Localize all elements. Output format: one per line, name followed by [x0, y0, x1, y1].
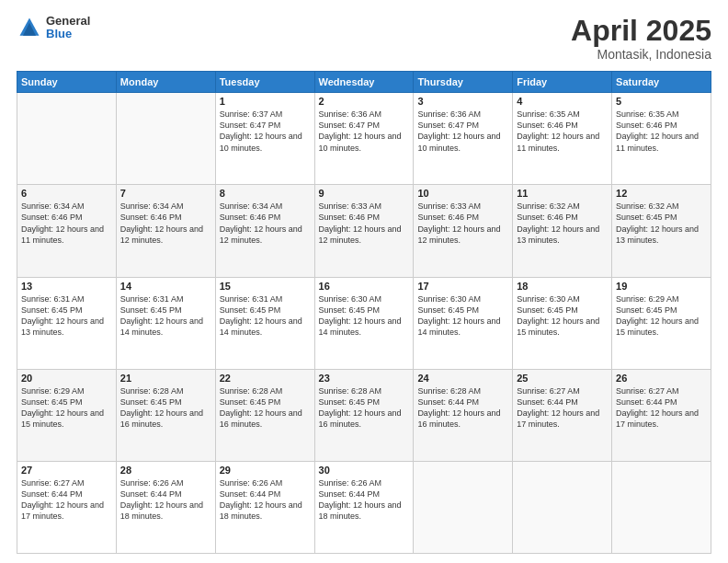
calendar-week-row: 1Sunrise: 6:37 AMSunset: 6:47 PMDaylight…	[17, 93, 711, 185]
col-tuesday: Tuesday	[215, 72, 314, 93]
logo-icon	[17, 15, 42, 40]
day-info: Sunrise: 6:36 AMSunset: 6:47 PMDaylight:…	[319, 109, 410, 154]
day-info: Sunrise: 6:27 AMSunset: 6:44 PMDaylight:…	[616, 385, 707, 431]
day-number: 29	[220, 465, 311, 476]
day-number: 9	[319, 188, 410, 199]
calendar-day-cell: 12Sunrise: 6:32 AMSunset: 6:45 PMDayligh…	[612, 185, 711, 277]
day-number: 2	[319, 96, 410, 107]
calendar-day-cell: 23Sunrise: 6:28 AMSunset: 6:45 PMDayligh…	[314, 369, 414, 461]
day-number: 1	[220, 96, 311, 107]
day-number: 11	[517, 188, 608, 199]
logo-general-text: General	[46, 15, 90, 28]
calendar-day-cell: 19Sunrise: 6:29 AMSunset: 6:45 PMDayligh…	[612, 277, 711, 369]
day-number: 25	[517, 373, 608, 384]
col-friday: Friday	[513, 72, 612, 93]
day-info: Sunrise: 6:33 AMSunset: 6:46 PMDaylight:…	[417, 201, 508, 246]
calendar-day-cell: 22Sunrise: 6:28 AMSunset: 6:45 PMDayligh…	[215, 369, 314, 461]
day-info: Sunrise: 6:28 AMSunset: 6:45 PMDaylight:…	[319, 385, 410, 431]
calendar-week-row: 6Sunrise: 6:34 AMSunset: 6:46 PMDaylight…	[17, 185, 711, 277]
day-number: 28	[120, 465, 211, 476]
logo: General Blue	[17, 15, 90, 41]
day-number: 4	[517, 96, 608, 107]
day-info: Sunrise: 6:35 AMSunset: 6:46 PMDaylight:…	[616, 109, 707, 154]
calendar-week-row: 27Sunrise: 6:27 AMSunset: 6:44 PMDayligh…	[17, 461, 711, 553]
day-number: 14	[120, 281, 211, 292]
day-number: 6	[21, 188, 112, 199]
calendar-day-cell: 30Sunrise: 6:26 AMSunset: 6:44 PMDayligh…	[314, 461, 414, 553]
day-info: Sunrise: 6:30 AMSunset: 6:45 PMDaylight:…	[417, 293, 508, 339]
calendar-day-cell: 18Sunrise: 6:30 AMSunset: 6:45 PMDayligh…	[513, 277, 612, 369]
day-info: Sunrise: 6:36 AMSunset: 6:47 PMDaylight:…	[417, 109, 508, 154]
day-number: 10	[417, 188, 508, 199]
day-number: 17	[417, 281, 508, 292]
calendar-day-cell: 3Sunrise: 6:36 AMSunset: 6:47 PMDaylight…	[414, 93, 513, 185]
day-info: Sunrise: 6:34 AMSunset: 6:46 PMDaylight:…	[21, 201, 112, 246]
day-info: Sunrise: 6:32 AMSunset: 6:45 PMDaylight:…	[616, 201, 707, 246]
day-number: 13	[21, 281, 112, 292]
calendar-day-cell	[17, 93, 117, 185]
calendar-day-cell: 2Sunrise: 6:36 AMSunset: 6:47 PMDaylight…	[314, 93, 414, 185]
day-number: 21	[120, 373, 211, 384]
calendar-table: Sunday Monday Tuesday Wednesday Thursday…	[17, 71, 711, 554]
calendar-day-cell: 9Sunrise: 6:33 AMSunset: 6:46 PMDaylight…	[314, 185, 414, 277]
day-number: 22	[220, 373, 311, 384]
day-number: 23	[319, 373, 410, 384]
day-info: Sunrise: 6:31 AMSunset: 6:45 PMDaylight:…	[120, 293, 211, 339]
calendar-week-row: 13Sunrise: 6:31 AMSunset: 6:45 PMDayligh…	[17, 277, 711, 369]
logo-blue-text: Blue	[46, 28, 90, 40]
title-block: April 2025 Montasik, Indonesia	[571, 15, 711, 62]
calendar-day-cell: 28Sunrise: 6:26 AMSunset: 6:44 PMDayligh…	[116, 461, 215, 553]
day-info: Sunrise: 6:26 AMSunset: 6:44 PMDaylight:…	[120, 477, 211, 523]
day-number: 24	[417, 373, 508, 384]
day-number: 12	[616, 188, 707, 199]
day-number: 30	[319, 465, 410, 476]
col-thursday: Thursday	[414, 72, 513, 93]
calendar-day-cell: 4Sunrise: 6:35 AMSunset: 6:46 PMDaylight…	[513, 93, 612, 185]
calendar-day-cell	[612, 461, 711, 553]
weekday-header-row: Sunday Monday Tuesday Wednesday Thursday…	[17, 72, 711, 93]
calendar-week-row: 20Sunrise: 6:29 AMSunset: 6:45 PMDayligh…	[17, 369, 711, 461]
calendar-day-cell: 8Sunrise: 6:34 AMSunset: 6:46 PMDaylight…	[215, 185, 314, 277]
col-saturday: Saturday	[612, 72, 711, 93]
day-info: Sunrise: 6:30 AMSunset: 6:45 PMDaylight:…	[517, 293, 608, 339]
calendar-day-cell: 21Sunrise: 6:28 AMSunset: 6:45 PMDayligh…	[116, 369, 215, 461]
day-info: Sunrise: 6:29 AMSunset: 6:45 PMDaylight:…	[616, 293, 707, 339]
day-info: Sunrise: 6:34 AMSunset: 6:46 PMDaylight:…	[220, 201, 311, 246]
day-info: Sunrise: 6:31 AMSunset: 6:45 PMDaylight:…	[21, 293, 112, 339]
day-info: Sunrise: 6:31 AMSunset: 6:45 PMDaylight:…	[220, 293, 311, 339]
calendar-day-cell	[513, 461, 612, 553]
day-info: Sunrise: 6:26 AMSunset: 6:44 PMDaylight:…	[220, 477, 311, 523]
calendar-day-cell: 10Sunrise: 6:33 AMSunset: 6:46 PMDayligh…	[414, 185, 513, 277]
day-info: Sunrise: 6:35 AMSunset: 6:46 PMDaylight:…	[517, 109, 608, 154]
calendar-day-cell: 7Sunrise: 6:34 AMSunset: 6:46 PMDaylight…	[116, 185, 215, 277]
calendar-day-cell: 25Sunrise: 6:27 AMSunset: 6:44 PMDayligh…	[513, 369, 612, 461]
calendar-day-cell: 17Sunrise: 6:30 AMSunset: 6:45 PMDayligh…	[414, 277, 513, 369]
calendar-day-cell: 5Sunrise: 6:35 AMSunset: 6:46 PMDaylight…	[612, 93, 711, 185]
day-info: Sunrise: 6:28 AMSunset: 6:45 PMDaylight:…	[220, 385, 311, 431]
day-info: Sunrise: 6:27 AMSunset: 6:44 PMDaylight:…	[517, 385, 608, 431]
calendar-day-cell: 16Sunrise: 6:30 AMSunset: 6:45 PMDayligh…	[314, 277, 414, 369]
day-info: Sunrise: 6:28 AMSunset: 6:44 PMDaylight:…	[417, 385, 508, 431]
day-number: 5	[616, 96, 707, 107]
calendar-location: Montasik, Indonesia	[571, 47, 711, 62]
header: General Blue April 2025 Montasik, Indone…	[17, 15, 711, 62]
day-number: 20	[21, 373, 112, 384]
day-number: 27	[21, 465, 112, 476]
logo-text: General Blue	[46, 15, 90, 41]
calendar-day-cell: 24Sunrise: 6:28 AMSunset: 6:44 PMDayligh…	[414, 369, 513, 461]
page: General Blue April 2025 Montasik, Indone…	[0, 0, 728, 563]
day-info: Sunrise: 6:30 AMSunset: 6:45 PMDaylight:…	[319, 293, 410, 339]
calendar-day-cell: 13Sunrise: 6:31 AMSunset: 6:45 PMDayligh…	[17, 277, 117, 369]
calendar-day-cell	[414, 461, 513, 553]
day-info: Sunrise: 6:34 AMSunset: 6:46 PMDaylight:…	[120, 201, 211, 246]
calendar-day-cell: 26Sunrise: 6:27 AMSunset: 6:44 PMDayligh…	[612, 369, 711, 461]
day-info: Sunrise: 6:28 AMSunset: 6:45 PMDaylight:…	[120, 385, 211, 431]
calendar-day-cell: 20Sunrise: 6:29 AMSunset: 6:45 PMDayligh…	[17, 369, 117, 461]
day-info: Sunrise: 6:32 AMSunset: 6:46 PMDaylight:…	[517, 201, 608, 246]
day-number: 7	[120, 188, 211, 199]
col-monday: Monday	[116, 72, 215, 93]
day-number: 19	[616, 281, 707, 292]
col-sunday: Sunday	[17, 72, 117, 93]
day-info: Sunrise: 6:26 AMSunset: 6:44 PMDaylight:…	[319, 477, 410, 523]
day-number: 16	[319, 281, 410, 292]
